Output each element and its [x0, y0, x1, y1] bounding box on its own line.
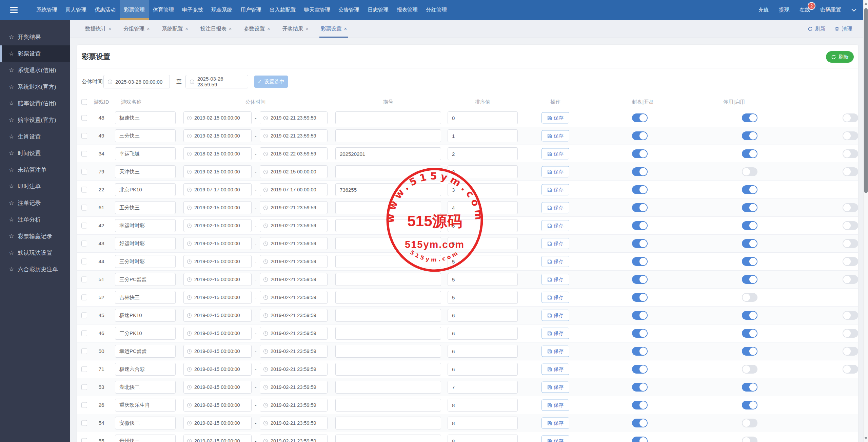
nav-item-分红管理[interactable]: 分红管理 — [422, 0, 451, 20]
sort-input[interactable] — [448, 291, 518, 304]
nav-item-报表管理[interactable]: 报表管理 — [393, 0, 422, 20]
sort-input[interactable] — [448, 147, 518, 160]
disable-enable-toggle[interactable] — [742, 131, 757, 140]
save-button[interactable]: 保存 — [541, 130, 569, 142]
seal-open-toggle[interactable] — [632, 383, 648, 392]
scrollbar-up-arrow[interactable] — [865, 2, 867, 5]
holiday-start-input[interactable]: 2019-02-15 00:00:00 — [183, 345, 252, 358]
game-name-input[interactable] — [115, 381, 176, 394]
holiday-end-input[interactable]: 2019-02-21 23:59:59 — [260, 201, 328, 214]
sort-input[interactable] — [448, 363, 518, 376]
disable-enable-toggle[interactable] — [742, 365, 757, 374]
extra-toggle[interactable] — [843, 131, 858, 140]
issue-input[interactable] — [335, 201, 441, 214]
tab-投注日报表[interactable]: 投注日报表× — [200, 20, 232, 38]
holiday-end-input[interactable]: 2019-02-21 23:59:59 — [260, 363, 328, 376]
tab-close-icon[interactable]: × — [147, 26, 150, 31]
holiday-end-input[interactable]: 2019-02-15 00:00:00 — [260, 165, 328, 178]
disable-enable-toggle[interactable] — [742, 149, 757, 158]
holiday-end-input[interactable]: 2019-02-21 23:59:59 — [260, 219, 328, 232]
game-name-input[interactable] — [115, 327, 176, 340]
sidebar-item-开奖结果[interactable]: ☆开奖结果 — [0, 29, 70, 45]
issue-input[interactable] — [335, 291, 441, 304]
game-name-input[interactable] — [115, 237, 176, 250]
save-button[interactable]: 保存 — [541, 328, 569, 339]
sort-input[interactable] — [448, 237, 518, 250]
extra-toggle[interactable] — [843, 257, 858, 266]
issue-input[interactable] — [335, 399, 441, 412]
nav-item-电子竞技[interactable]: 电子竞技 — [178, 0, 207, 20]
sort-input[interactable] — [448, 129, 518, 142]
sort-input[interactable] — [448, 111, 518, 124]
sort-input[interactable] — [448, 327, 518, 340]
sort-input[interactable] — [448, 165, 518, 178]
disable-enable-toggle[interactable] — [742, 167, 757, 176]
row-checkbox[interactable] — [81, 277, 87, 282]
disable-enable-toggle[interactable] — [742, 293, 757, 302]
sidebar-item-系统退水(信用)[interactable]: ☆系统退水(信用) — [0, 62, 70, 79]
issue-input[interactable] — [335, 381, 441, 394]
nav-item-优惠活动[interactable]: 优惠活动 — [91, 0, 120, 20]
game-name-input[interactable] — [115, 111, 176, 124]
seal-open-toggle[interactable] — [632, 275, 648, 284]
nav-item-体育管理[interactable]: 体育管理 — [149, 0, 178, 20]
save-button[interactable]: 保存 — [541, 418, 569, 429]
sidebar-item-注单记录[interactable]: ☆注单记录 — [0, 195, 70, 211]
sidebar-item-时间设置[interactable]: ☆时间设置 — [0, 145, 70, 162]
holiday-end-input[interactable]: 2018-02-22 03:59:59 — [260, 147, 328, 160]
sort-input[interactable] — [448, 183, 518, 196]
seal-open-toggle[interactable] — [632, 293, 648, 302]
row-checkbox[interactable] — [81, 169, 87, 175]
save-button[interactable]: 保存 — [541, 220, 569, 231]
tab-close-icon[interactable]: × — [229, 26, 232, 31]
seal-open-toggle[interactable] — [632, 113, 648, 122]
issue-input[interactable] — [335, 435, 441, 442]
save-button[interactable]: 保存 — [541, 166, 569, 177]
sidebar-item-彩票设置[interactable]: ☆彩票设置 — [0, 45, 70, 62]
holiday-end-input[interactable]: 2019-02-21 23:59:59 — [260, 111, 328, 124]
row-checkbox[interactable] — [81, 187, 87, 193]
save-button[interactable]: 保存 — [541, 364, 569, 375]
nav-right-item-充值[interactable]: 充值 — [758, 6, 769, 14]
disable-enable-toggle[interactable] — [742, 203, 757, 212]
holiday-start-input[interactable]: 2019-02-15 00:00:00 — [183, 363, 252, 376]
holiday-start-input[interactable]: 2019-02-15 00:00:00 — [183, 399, 252, 412]
disable-enable-toggle[interactable] — [742, 347, 757, 356]
save-button[interactable]: 保存 — [541, 202, 569, 213]
holiday-end-input[interactable]: 2019-02-21 23:59:59 — [260, 381, 328, 394]
issue-input[interactable] — [335, 111, 441, 124]
seal-open-toggle[interactable] — [632, 203, 648, 212]
save-button[interactable]: 保存 — [541, 292, 569, 303]
sidebar-item-赔率设置(官方)[interactable]: ☆赔率设置(官方) — [0, 112, 70, 128]
row-checkbox[interactable] — [81, 115, 87, 121]
holiday-start-input[interactable]: 2025-03-26 00:00:00 — [103, 75, 170, 88]
issue-input[interactable] — [335, 309, 441, 322]
disable-enable-toggle[interactable] — [742, 329, 757, 338]
game-name-input[interactable] — [115, 309, 176, 322]
row-checkbox[interactable] — [81, 259, 87, 265]
seal-open-toggle[interactable] — [632, 185, 648, 194]
seal-open-toggle[interactable] — [632, 221, 648, 230]
scrollbar-thumb[interactable] — [864, 8, 868, 193]
nav-item-用户管理[interactable]: 用户管理 — [236, 0, 265, 20]
tab-close-icon[interactable]: × — [185, 26, 188, 31]
holiday-end-input[interactable]: 2019-02-21 23:59:59 — [260, 129, 328, 142]
chevron-down-icon[interactable] — [851, 8, 856, 12]
extra-toggle[interactable] — [843, 347, 858, 356]
tab-close-icon[interactable]: × — [267, 26, 270, 31]
seal-open-toggle[interactable] — [632, 401, 648, 409]
save-button[interactable]: 保存 — [541, 346, 569, 357]
extra-toggle[interactable] — [843, 239, 858, 248]
nav-right-item-在线[interactable]: 在线2 — [800, 6, 810, 14]
sort-input[interactable] — [448, 399, 518, 412]
issue-input[interactable] — [335, 183, 441, 196]
sidebar-item-默认玩法设置[interactable]: ☆默认玩法设置 — [0, 245, 70, 261]
seal-open-toggle[interactable] — [632, 239, 648, 248]
issue-input[interactable] — [335, 219, 441, 232]
holiday-end-input[interactable]: 2019-07-17 00:00:00 — [260, 183, 328, 196]
tab-close-icon[interactable]: × — [305, 26, 308, 31]
seal-open-toggle[interactable] — [632, 365, 648, 374]
sort-input[interactable] — [448, 345, 518, 358]
issue-input[interactable] — [335, 237, 441, 250]
tabs-clean-button[interactable]: 清理 — [834, 25, 852, 33]
